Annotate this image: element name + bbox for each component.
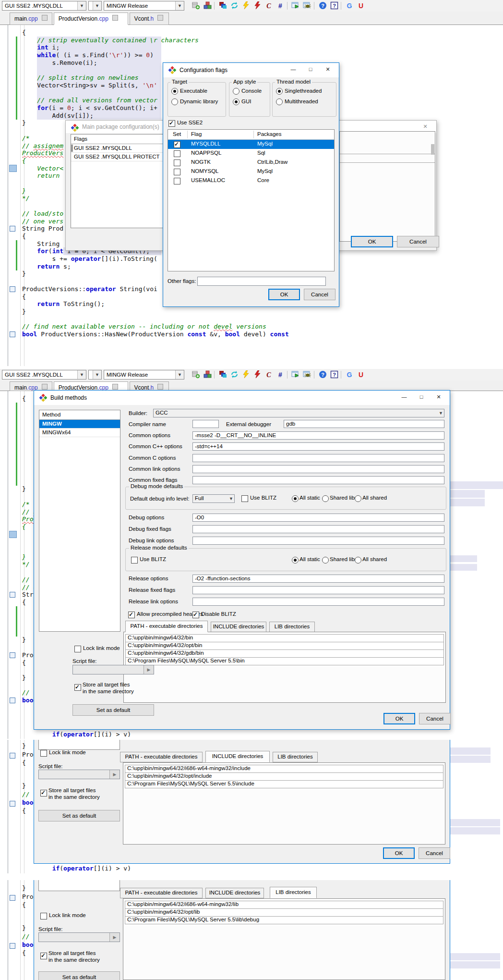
lib-tab-lib[interactable]: LIB directories [270,887,317,898]
option-input[interactable]: -O0 [192,514,444,522]
maximize-button[interactable]: □ [302,63,319,76]
option-input[interactable] [192,598,444,606]
flag-set-checkbox[interactable] [174,150,180,157]
set-as-default-button[interactable]: Set as default [38,971,120,980]
use-sse2-checkbox[interactable] [168,120,175,127]
script-file-combo[interactable]: ▶ [38,770,120,779]
tab-productversion[interactable]: ProductVersion.cpp [54,12,128,25]
directory-row[interactable]: C:\upp\bin/mingw64/32/opt/bin [125,642,444,650]
tab-vcont[interactable]: Vcont.h [130,12,169,25]
toolbar-upp-icon[interactable]: U [356,1,366,10]
build-tab-path[interactable]: PATH - executable directories [125,621,208,632]
flag-row[interactable]: MYSQLDLLMySql [168,140,334,149]
main-config-combo[interactable]: GUI SSE2 .MYSQLDLL▼ [2,370,86,380]
ok-button[interactable]: OK [383,847,415,859]
toolbar-upp-icon[interactable]: U [356,370,366,379]
tab-vcont[interactable]: Vcont.h [130,381,169,391]
option-input[interactable]: -std=c++14 [192,442,444,451]
cancel-button[interactable]: Cancel [304,289,335,300]
radio-all-shared[interactable] [355,495,361,502]
toolbar-run-icon[interactable] [291,370,300,379]
debug-info-level-combo[interactable]: Full▼ [192,494,235,503]
directory-row[interactable]: C:\upp\bin/mingw64/32/gdb/bin [125,649,444,658]
method-item[interactable]: MINGW [39,420,120,429]
toolbar-new-package-icon[interactable] [191,1,201,10]
option-input[interactable] [192,476,444,484]
tab-main[interactable]: main.cpp [10,12,52,25]
flag-row[interactable]: NOAPPSQLSql [168,149,334,158]
config-variant-combo[interactable]: ▼ [88,370,102,380]
fold-marker-icon[interactable] [10,286,15,292]
fold-marker-icon[interactable] [10,592,15,598]
fold-marker-icon[interactable] [10,895,15,901]
close-button[interactable]: ✕ [431,391,447,404]
lib-tab-path[interactable]: PATH - executable directories [120,888,203,898]
cancel-button[interactable]: Cancel [419,847,450,859]
fold-marker-icon[interactable] [10,698,15,703]
toolbar-clean-icon[interactable]: C [264,1,274,10]
tab-close-icon[interactable] [42,384,48,390]
checkbox-disable-blitz[interactable] [192,612,199,618]
cancel-button[interactable]: Cancel [397,236,439,247]
cancel-button[interactable]: Cancel [419,713,451,724]
tab-close-icon[interactable] [112,384,118,390]
build-tab-lib[interactable]: LIB directories [269,622,315,632]
build-tab-include[interactable]: INCLUDE directories [211,622,266,632]
close-button[interactable]: ✕ [417,121,433,132]
toolbar-rebuild-icon[interactable] [252,1,262,10]
minimize-button[interactable]: — [285,63,301,76]
toolbar-new-package-icon[interactable] [191,370,201,379]
toolbar-google-icon[interactable]: G [345,370,354,379]
include-tab-lib[interactable]: LIB directories [273,752,318,762]
external-debugger-input[interactable]: gdb [284,420,444,428]
radio-dynamic-library[interactable] [171,98,178,105]
toolbar-help-icon[interactable]: ? [318,370,327,379]
fold-marker-icon[interactable] [10,801,15,807]
option-input[interactable]: -msse2 -D__CRT__NO__INLINE [192,431,444,440]
include-tab-include[interactable]: INCLUDE directories [205,751,270,762]
radio-all-shared[interactable] [355,557,361,564]
expand-icon[interactable]: ▶ [109,770,120,779]
store-target-files-checkbox[interactable] [40,953,47,959]
toolbar-context-help-icon[interactable]: ? [329,370,339,379]
toolbar-context-help-icon[interactable]: ? [329,1,339,10]
toolbar-count-icon[interactable]: # [275,1,285,10]
radio-all-static[interactable] [292,495,299,502]
flag-set-checkbox[interactable] [174,159,180,166]
tab-close-icon[interactable] [157,384,163,390]
toolbar-help-icon[interactable]: ? [318,1,327,10]
script-file-combo[interactable]: ▶ [72,665,154,674]
store-target-files-checkbox[interactable] [40,790,47,796]
ok-button[interactable]: OK [351,236,393,247]
fold-marker-icon[interactable] [10,652,15,658]
toolbar-build-icon[interactable] [241,1,251,10]
config-variant-combo[interactable]: ▼ [88,1,102,11]
fold-marker-icon[interactable] [10,331,15,337]
flag-row[interactable]: NOMYSQLMySql [168,167,334,176]
directory-row[interactable]: C:\Program Files\MySQL\MySQL Server 5.5\… [125,657,444,665]
main-config-combo[interactable]: GUI SSE2 .MYSQLDLL▼ [2,1,86,11]
radio-all-static[interactable] [292,557,299,564]
toolbar-debug-icon[interactable] [302,370,312,379]
radio-executable[interactable] [171,88,178,95]
radio-shared-libs[interactable] [322,557,329,564]
option-input[interactable] [192,454,444,462]
toolbar-sync-icon[interactable] [229,1,239,10]
radio-gui[interactable] [233,98,240,105]
toolbar-build-method-icon[interactable] [218,1,228,10]
use-blitz-checkbox[interactable] [241,495,248,502]
fold-marker-icon[interactable] [10,226,15,232]
toolbar-sync-icon[interactable] [229,370,239,379]
store-target-files-checkbox[interactable] [74,684,81,691]
expand-icon[interactable]: ▶ [109,933,120,942]
toolbar-clean-icon[interactable]: C [264,370,274,379]
fold-marker-icon[interactable] [10,943,15,949]
flag-row[interactable]: USEMALLOCCore [168,176,334,185]
minimize-button[interactable]: — [396,391,412,404]
toolbar-google-icon[interactable]: G [345,1,354,10]
directory-row[interactable]: C:\Program Files\MySQL\MySQL Server 5.5\… [125,916,443,924]
option-input[interactable] [192,537,444,545]
fold-marker-icon[interactable] [10,753,15,759]
method-item[interactable]: MINGWx64 [39,429,120,437]
directory-row[interactable]: C:\upp\bin/mingw64/32/i686-w64-mingw32/i… [125,765,443,773]
